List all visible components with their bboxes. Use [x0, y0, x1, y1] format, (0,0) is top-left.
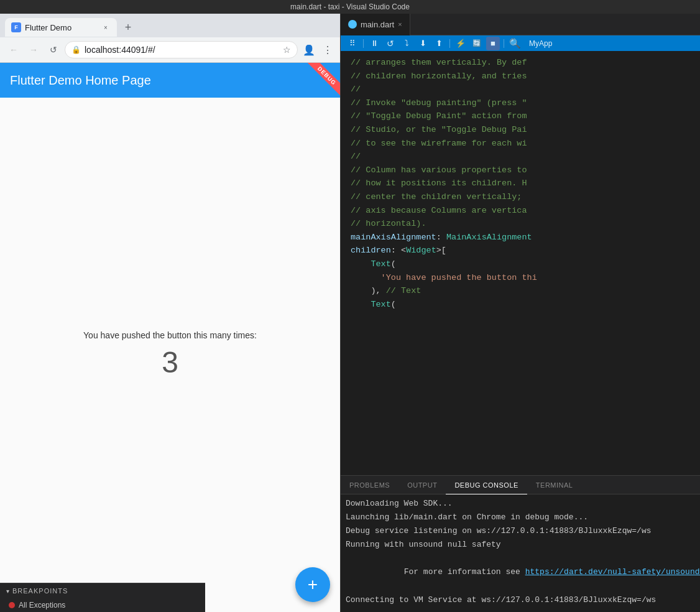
counter-value: 3	[162, 345, 178, 379]
debug-reload-button[interactable]: ↺	[384, 37, 397, 50]
refresh-button[interactable]: ↺	[45, 41, 62, 58]
flutter-content: You have pushed the button this many tim…	[0, 98, 340, 612]
flutter-appbar: Flutter Demo Home Page DEBUG	[0, 63, 340, 98]
code-line: // how it positions its children. H	[341, 177, 700, 190]
browser-chrome: F Flutter Demo × + ← → ↺ 🔒 localhost:440…	[0, 14, 340, 63]
debug-separator-3	[504, 39, 504, 48]
flutter-tab-icon: F	[11, 22, 21, 32]
problems-tab[interactable]: PROBLEMS	[341, 476, 398, 494]
main-dart-tab-label: main.dart	[361, 20, 394, 29]
breakpoints-panel: ▾ BREAKPOINTS All Exceptions	[0, 583, 205, 612]
console-line-5: For more information see https://dart.de…	[346, 552, 695, 593]
debug-grid-button[interactable]: ⠿	[346, 37, 359, 50]
debug-hot-reload-button[interactable]: ⚡	[454, 37, 467, 50]
url-text: localhost:44091/#/	[85, 45, 155, 55]
code-line: // horizontal).	[341, 217, 700, 231]
bookmark-icon[interactable]: ☆	[283, 45, 291, 55]
new-tab-button[interactable]: +	[119, 19, 137, 36]
code-line: children: <Widget>[	[341, 244, 700, 257]
code-line: // Studio, or the "Toggle Debug Pai	[341, 123, 700, 137]
title-bar-text: main.dart - taxi - Visual Studio Code	[5, 2, 695, 11]
output-tab[interactable]: OUTPUT	[398, 476, 446, 494]
breakpoint-circle-icon	[9, 602, 15, 608]
dart-file-icon	[348, 20, 357, 29]
console-line-1: Downloading Web SDK...	[346, 497, 695, 511]
code-line: // center the children vertically;	[341, 190, 700, 204]
lock-icon: 🔒	[71, 45, 81, 54]
back-button[interactable]: ←	[5, 41, 22, 58]
console-line-6: Connecting to VM Service at ws://127.0.0…	[346, 593, 695, 607]
vscode-tab-bar: main.dart ×	[341, 14, 700, 35]
code-line: // children horizontally, and tries	[341, 70, 700, 83]
debug-toolbar: ⠿ ⏸ ↺ ⤵ ⬇ ⬆ ⚡ 🔄 ■ 🔍 MyApp	[341, 35, 700, 51]
browser-tabs: F Flutter Demo × +	[0, 14, 340, 37]
main-dart-tab[interactable]: main.dart ×	[341, 14, 410, 35]
breakpoints-list: All Exceptions	[0, 598, 205, 612]
code-line: Text(	[341, 298, 700, 312]
debug-inspect-button[interactable]: 🔍	[508, 37, 522, 50]
breakpoints-label: BREAKPOINTS	[12, 587, 68, 595]
debug-pause-button[interactable]: ⏸	[367, 37, 381, 50]
code-line: // "Toggle Debug Paint" action from	[341, 109, 700, 123]
console-output: Downloading Web SDK... Launching lib/mai…	[341, 494, 700, 612]
debug-banner: DEBUG	[297, 63, 340, 106]
editor-and-bottom: // arranges them vertically. By def // c…	[341, 51, 700, 612]
debug-step-out-button[interactable]: ⬆	[432, 37, 446, 50]
panel-tabs: PROBLEMS OUTPUT DEBUG CONSOLE TERMINAL	[341, 476, 700, 494]
title-bar: main.dart - taxi - Visual Studio Code	[0, 0, 700, 14]
editor-area[interactable]: // arranges them vertically. By def // c…	[341, 51, 700, 475]
push-counter-text: You have pushed the button this many tim…	[83, 330, 257, 340]
code-line: ), // Text	[341, 284, 700, 298]
debug-restart-button[interactable]: 🔄	[470, 37, 484, 50]
debug-console-tab[interactable]: DEBUG CONSOLE	[446, 476, 527, 494]
console-line-2: Launching lib/main.dart on Chrome in deb…	[346, 511, 695, 524]
bottom-panel: PROBLEMS OUTPUT DEBUG CONSOLE TERMINAL D…	[341, 475, 700, 612]
chevron-down-icon: ▾	[6, 588, 10, 595]
terminal-tab[interactable]: TERMINAL	[527, 476, 582, 494]
address-bar[interactable]: 🔒 localhost:44091/#/ ☆	[65, 41, 298, 58]
console-line-3: Debug service listening on ws://127.0.0.…	[346, 524, 695, 538]
browser-nav: ← → ↺ 🔒 localhost:44091/#/ ☆ 👤 ⋮	[0, 37, 340, 62]
code-line: //	[341, 83, 700, 96]
breakpoints-header[interactable]: ▾ BREAKPOINTS	[0, 583, 205, 598]
code-line: // axis because Columns are vertica	[341, 204, 700, 218]
fab-button[interactable]: +	[295, 567, 330, 602]
flutter-app-title: Flutter Demo Home Page	[10, 73, 151, 88]
browser-panel: F Flutter Demo × + ← → ↺ 🔒 localhost:440…	[0, 14, 341, 612]
breakpoint-label: All Exceptions	[19, 601, 65, 610]
code-line: //	[341, 150, 700, 164]
debug-stop-button[interactable]: ■	[486, 37, 500, 50]
tab-close-icon[interactable]: ×	[398, 21, 402, 28]
code-line: mainAxisAlignment: MainAxisAlignment	[341, 231, 700, 244]
account-icon[interactable]: 👤	[300, 41, 318, 58]
code-editor: // arranges them vertically. By def // c…	[341, 51, 700, 316]
debug-banner-text: DEBUG	[307, 63, 340, 96]
debug-step-into-button[interactable]: ⬇	[416, 37, 430, 50]
debug-step-over-button[interactable]: ⤵	[400, 37, 413, 50]
tab-close-button[interactable]: ×	[101, 22, 111, 32]
breakpoint-item[interactable]: All Exceptions	[0, 600, 205, 611]
code-line: // Invoke "debug painting" (press "	[341, 96, 700, 110]
debug-separator-1	[363, 39, 364, 48]
browser-tab-title: Flutter Demo	[25, 23, 97, 32]
null-safety-link[interactable]: https://dart.dev/null-safety/unsound-nul…	[525, 567, 700, 577]
browser-tab[interactable]: F Flutter Demo ×	[5, 18, 117, 37]
vscode-panel: main.dart × ⠿ ⏸ ↺ ⤵ ⬇ ⬆ ⚡ 🔄 ■ 🔍 MyApp	[341, 14, 700, 612]
forward-button[interactable]: →	[25, 41, 42, 58]
code-line: // to see the wireframe for each wi	[341, 137, 700, 151]
code-line: // arranges them vertically. By def	[341, 56, 700, 70]
code-line: Text(	[341, 257, 700, 271]
app-name-label: MyApp	[529, 39, 552, 48]
debug-separator-2	[449, 39, 450, 48]
code-line: // Column has various properties to	[341, 164, 700, 177]
code-line: 'You have pushed the button thi	[341, 271, 700, 285]
flutter-app: Flutter Demo Home Page DEBUG You have pu…	[0, 63, 340, 612]
menu-dots-button[interactable]: ⋮	[320, 44, 335, 56]
console-line-4: Running with unsound null safety	[346, 538, 695, 552]
